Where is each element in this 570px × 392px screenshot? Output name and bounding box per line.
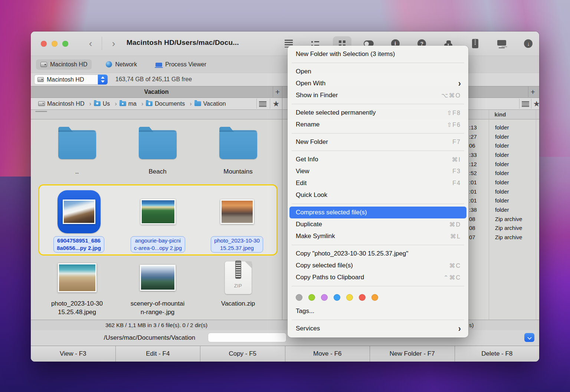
forward-button[interactable]: › bbox=[108, 37, 119, 50]
path-dropdown-button[interactable] bbox=[524, 333, 534, 342]
menu-item[interactable]: Open bbox=[288, 66, 468, 78]
function-key-button[interactable]: Copy - F5 bbox=[200, 346, 285, 362]
folder-users-icon[interactable]: Us bbox=[94, 101, 119, 107]
file-item[interactable]: angourie-bay-picni c-area-0...opy 2.jpg bbox=[118, 189, 197, 253]
globe-icon[interactable]: Network bbox=[101, 59, 141, 70]
drive-icon[interactable]: Macintosh HD bbox=[36, 59, 92, 70]
tag-color-dot[interactable] bbox=[296, 294, 302, 301]
menu-item[interactable] bbox=[292, 204, 464, 204]
table-row[interactable]: :01folder bbox=[469, 178, 538, 187]
menu-item[interactable]: New Folder with Selection (3 items) bbox=[288, 48, 468, 60]
menu-item[interactable]: Tags... bbox=[288, 305, 468, 317]
table-row[interactable]: :27folder bbox=[469, 132, 538, 141]
app-tab-label: Macintosh HD bbox=[50, 61, 87, 68]
drive-icon[interactable]: Macintosh HD bbox=[38, 101, 94, 107]
row-kind: folder bbox=[495, 124, 509, 131]
traffic-light[interactable] bbox=[41, 41, 47, 47]
row-kind: folder bbox=[495, 170, 509, 176]
menu-item[interactable] bbox=[292, 133, 464, 134]
menu-item[interactable]: Quick Look bbox=[288, 189, 468, 201]
menu-item[interactable]: Get Info⌘I bbox=[288, 154, 468, 165]
command-input[interactable] bbox=[208, 333, 286, 342]
laptop-icon[interactable]: Process Viewer bbox=[151, 59, 211, 70]
menu-item[interactable] bbox=[292, 245, 464, 245]
table-row[interactable]: 08Zip archive bbox=[469, 214, 538, 224]
back-button[interactable]: ‹ bbox=[85, 37, 96, 50]
table-row[interactable]: 07Zip archive bbox=[469, 233, 538, 242]
file-item[interactable]: photo_2023-10-30 15.25.48.jpeg bbox=[37, 258, 117, 316]
traffic-light[interactable] bbox=[62, 41, 68, 47]
column-header-kind-right[interactable]: kind bbox=[495, 111, 506, 118]
file-item[interactable]: 6904758951_686 8a0656...py 2.jpg bbox=[39, 189, 118, 253]
table-row[interactable]: 06folder bbox=[469, 141, 538, 150]
breadcrumb-label: Us bbox=[103, 101, 110, 107]
file-item[interactable]: scenery-of-mountai n-range-.jpg bbox=[117, 258, 198, 316]
archive-icon[interactable] bbox=[467, 36, 483, 52]
folder-docs-icon[interactable]: Documents bbox=[146, 101, 194, 107]
tab-vacation[interactable]: Vacation bbox=[31, 86, 282, 98]
function-key-button[interactable]: View - F3 bbox=[31, 346, 116, 362]
column-header[interactable] bbox=[35, 111, 47, 112]
tag-color-dot[interactable] bbox=[359, 294, 366, 301]
function-key-button[interactable]: Move - F6 bbox=[285, 346, 370, 362]
table-row[interactable]: :12folder bbox=[469, 159, 538, 169]
row-time: :27 bbox=[469, 134, 482, 140]
download-icon[interactable] bbox=[521, 36, 536, 52]
table-row[interactable]: :01folder bbox=[469, 187, 538, 196]
favorites-star-icon[interactable]: ★ bbox=[271, 99, 281, 108]
menu-item[interactable] bbox=[292, 286, 464, 286]
tag-color-dot[interactable] bbox=[321, 294, 328, 301]
folder-item[interactable]: Mountains bbox=[198, 124, 278, 176]
menu-item[interactable]: Open With bbox=[288, 78, 468, 89]
menu-item[interactable] bbox=[292, 320, 464, 320]
folder-home-icon[interactable]: ma bbox=[119, 101, 146, 107]
add-tab-button[interactable]: + bbox=[273, 86, 282, 97]
table-row[interactable]: :13folder bbox=[469, 123, 538, 132]
menu-item[interactable] bbox=[292, 151, 464, 151]
menu-item[interactable] bbox=[292, 63, 464, 63]
menu-shortcut: F4 bbox=[452, 180, 461, 187]
table-row[interactable]: :38folder bbox=[469, 205, 538, 214]
function-key-button[interactable]: Delete - F8 bbox=[455, 346, 540, 362]
function-key-button[interactable]: Edit - F4 bbox=[116, 346, 201, 362]
file-item[interactable]: ZIPVacation.zip bbox=[198, 258, 278, 316]
tag-color-dot[interactable] bbox=[346, 294, 353, 301]
menu-item[interactable]: Make Symlink⌘L bbox=[288, 230, 468, 242]
tag-color-dot[interactable] bbox=[371, 294, 378, 301]
add-tab-button-right[interactable]: + bbox=[528, 86, 537, 97]
menu-item[interactable]: Delete selected permanently⇧F8 bbox=[288, 107, 468, 119]
menu-item[interactable]: Copy "photo_2023-10-30 15.25.37.jpeg" bbox=[288, 248, 468, 260]
menu-item[interactable]: Duplicate⌘D bbox=[288, 218, 468, 230]
tag-color-dot[interactable] bbox=[334, 294, 340, 301]
pane-divider[interactable] bbox=[282, 86, 282, 346]
list-view-icon-right[interactable] bbox=[521, 99, 530, 108]
table-row[interactable]: 08Zip archive bbox=[469, 224, 538, 233]
menu-item[interactable]: Copy Paths to Clipboard⌃⌘C bbox=[288, 271, 468, 283]
menu-item[interactable]: ViewF3 bbox=[288, 165, 468, 177]
favorites-star-icon-right[interactable]: ★ bbox=[532, 99, 539, 108]
folder-icon[interactable]: Vacation bbox=[194, 101, 226, 107]
menu-item[interactable]: Compress selected file(s) bbox=[289, 207, 466, 218]
folder-item[interactable]: .. bbox=[37, 124, 117, 176]
folder-item[interactable]: Beach bbox=[117, 124, 198, 176]
tag-colors-row bbox=[288, 289, 468, 305]
network-folder-icon[interactable] bbox=[494, 36, 510, 52]
table-row[interactable]: :01folder bbox=[469, 196, 538, 205]
menu-item[interactable]: Show in Finder⌥⌘O bbox=[288, 89, 468, 101]
function-key-button[interactable]: New Folder - F7 bbox=[370, 346, 455, 362]
drive-select[interactable]: Macintosh HD bbox=[34, 75, 98, 85]
menu-item[interactable]: New FolderF7 bbox=[288, 136, 468, 148]
tag-color-dot[interactable] bbox=[308, 294, 315, 301]
list-view-icon[interactable] bbox=[258, 99, 268, 108]
menu-item[interactable]: Rename⇧F6 bbox=[288, 119, 468, 131]
menu-item[interactable]: Services bbox=[288, 323, 468, 335]
traffic-light[interactable] bbox=[52, 41, 58, 47]
menu-item[interactable]: Copy selected file(s)⌘C bbox=[288, 260, 468, 271]
menu-item[interactable] bbox=[292, 104, 464, 104]
drive-stepper[interactable] bbox=[98, 75, 108, 85]
file-item[interactable]: photo_2023-10-30 15.25.37.jpeg bbox=[197, 189, 276, 253]
menu-item[interactable]: EditF4 bbox=[288, 177, 468, 189]
table-row[interactable]: :52folder bbox=[469, 168, 538, 178]
row-time: :38 bbox=[469, 207, 482, 213]
table-row[interactable]: :33folder bbox=[469, 150, 538, 159]
